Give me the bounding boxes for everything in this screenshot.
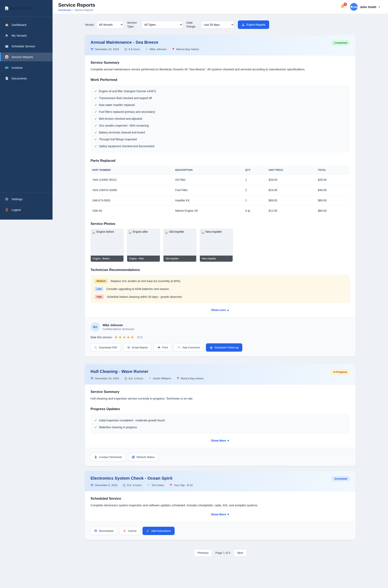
door-icon bbox=[5, 208, 9, 212]
stopwatch-icon bbox=[124, 377, 127, 380]
work-item: ✓ Through-hull fittings inspected bbox=[95, 136, 346, 143]
action-button[interactable]: @ Email Report bbox=[123, 343, 151, 352]
star-rating[interactable]: ★★★★★ bbox=[114, 335, 135, 339]
broken-image-icon bbox=[201, 230, 205, 234]
action-button[interactable]: Add Instructions bbox=[143, 527, 175, 535]
action-button[interactable]: Cancel bbox=[120, 527, 140, 535]
meta-text: Mike Johnson bbox=[150, 48, 167, 51]
priority-badge: Low bbox=[95, 287, 103, 291]
action-button[interactable]: Print bbox=[154, 343, 171, 352]
service-photo[interactable]: Engine before Engine - Before bbox=[91, 229, 124, 262]
previous-page-button[interactable]: Previous bbox=[194, 549, 212, 557]
table-cell: 1 bbox=[244, 195, 267, 205]
section-heading: Service Summary bbox=[91, 390, 350, 394]
bar-chart-icon bbox=[5, 55, 9, 59]
meta-text: Your Slip - B-42 bbox=[174, 484, 193, 487]
table-cell: YAN-129470-42080 bbox=[91, 185, 174, 195]
work-item: ✓ Zinc anodes inspected - 60% remaining bbox=[95, 122, 346, 129]
work-performed-list: ✓ Engine oil and filter changed (Yanmar … bbox=[91, 85, 350, 153]
sidebar-item[interactable]: Settings bbox=[0, 195, 52, 204]
check-icon: ✓ bbox=[95, 90, 97, 93]
work-item-text: Fuel filters replaced (primary and secon… bbox=[99, 110, 155, 113]
next-page-button[interactable]: Next bbox=[234, 549, 247, 557]
comment-icon bbox=[178, 346, 181, 349]
report-card-header-left: Hull Cleaning - Wave Runner November 20,… bbox=[91, 369, 204, 380]
sidebar-item[interactable]: Schedule Service bbox=[0, 42, 52, 51]
service-photos: Engine before Engine - Before Engine aft… bbox=[91, 229, 350, 262]
summary-text: Complete annual maintenance service perf… bbox=[91, 67, 350, 72]
table-cell: Marine Engine Oil bbox=[174, 205, 244, 216]
work-item-text: Transmission fluid checked and topped of… bbox=[99, 97, 152, 100]
user-name: John Smith bbox=[360, 5, 376, 9]
rating-score: (5.0) bbox=[137, 336, 143, 339]
report-card-footer: Contact Technician Refresh Status bbox=[85, 448, 356, 466]
column-header: Part Number bbox=[91, 166, 174, 175]
show-more-toggle[interactable]: Show More ▼ bbox=[91, 513, 350, 516]
service-photo[interactable]: New impeller New Impeller bbox=[200, 229, 233, 262]
action-button-label: Refresh Status bbox=[137, 456, 155, 459]
check-icon: ✓ bbox=[95, 97, 97, 100]
sidebar-item[interactable]: Logout bbox=[0, 205, 52, 214]
meta-text: Tom Davis bbox=[151, 484, 164, 487]
table-cell: $28.50 bbox=[267, 175, 316, 185]
sidebar-item[interactable]: My Vessels bbox=[0, 31, 52, 40]
report-meta: November 10, 2024 6.5 hours Mike Johnson… bbox=[91, 48, 199, 51]
action-button[interactable]: Reschedule bbox=[91, 527, 117, 535]
sidebar-item-label: Documents bbox=[12, 77, 27, 80]
table-cell: Oil Filter bbox=[174, 175, 244, 185]
sidebar-item[interactable]: Dashboard bbox=[0, 20, 52, 29]
filters-bar: Vessel: All Vessels Service Type: All Ty… bbox=[85, 20, 356, 29]
service-photo[interactable]: Engine after Engine - After bbox=[127, 229, 160, 262]
notifications-button[interactable]: 3 bbox=[340, 4, 345, 10]
sidebar-item-label: Settings bbox=[12, 197, 23, 201]
action-button[interactable]: Contact Technician bbox=[91, 453, 126, 461]
refresh-icon bbox=[132, 456, 135, 459]
report-card-header: Annual Maintenance - Sea Breeze November… bbox=[85, 35, 356, 55]
notification-count-badge: 3 bbox=[343, 3, 347, 6]
show-less-toggle[interactable]: Show Less ▲ bbox=[91, 308, 350, 312]
work-item-text: Zinc anodes inspected - 60% remaining bbox=[99, 124, 149, 127]
show-more-toggle[interactable]: Show More ▼ bbox=[91, 439, 350, 442]
vessel-select[interactable]: All Vessels bbox=[97, 21, 123, 28]
scheduled-text: Complete electronics system inspection a… bbox=[91, 503, 350, 508]
progress-item: ✓ Waterline cleaning in progress bbox=[95, 424, 346, 431]
pagination: Previous Page 1 of 5 Next bbox=[85, 549, 356, 557]
action-button[interactable]: Schedule Follow-up bbox=[206, 343, 242, 352]
photo-caption: New Impeller bbox=[200, 256, 233, 262]
check-icon: ✓ bbox=[95, 110, 97, 113]
photo-caption: Old Impeller bbox=[164, 256, 196, 262]
section-heading: Work Performed bbox=[91, 78, 350, 82]
user-avatar: User bbox=[350, 3, 358, 11]
report-card-header-left: Annual Maintenance - Sea Breeze November… bbox=[91, 40, 199, 51]
export-icon bbox=[242, 23, 245, 26]
action-button[interactable]: Refresh Status bbox=[128, 453, 158, 461]
work-item: ✓ Transmission fluid checked and topped … bbox=[95, 95, 346, 102]
date-range-select[interactable]: Last 30 days bbox=[201, 21, 234, 28]
meta-text: Marina Bay Harbor bbox=[176, 48, 199, 51]
technician-details: Mike Johnson Certified Marine Technician bbox=[103, 323, 134, 331]
sidebar-item[interactable]: Invoices bbox=[0, 63, 52, 72]
check-icon: ✓ bbox=[95, 124, 97, 127]
user-menu[interactable]: User John Smith ▼ bbox=[350, 3, 380, 11]
technician-info: MJ Mike Johnson Certified Marine Technic… bbox=[91, 322, 350, 332]
header-actions: 3 User John Smith ▼ bbox=[340, 3, 380, 11]
action-button[interactable]: Add Comment bbox=[174, 343, 203, 352]
service-photo[interactable]: Old impeller Old Impeller bbox=[163, 229, 196, 262]
meta-item: Sarah Williams bbox=[148, 377, 171, 380]
breadcrumb-dashboard-link[interactable]: Dashboard bbox=[58, 8, 71, 12]
sidebar-item-label: Schedule Service bbox=[12, 45, 35, 48]
table-cell: 1 bbox=[244, 175, 267, 185]
table-cell: YAN-119305-35151 bbox=[91, 175, 174, 185]
technician-title: Certified Marine Technician bbox=[103, 328, 134, 331]
pin-icon bbox=[176, 377, 179, 380]
sidebar-item-label: Invoices bbox=[12, 66, 23, 69]
report-card-header: Electronics System Check - Ocean Spirit … bbox=[85, 471, 356, 491]
sidebar-item[interactable]: Documents bbox=[0, 74, 52, 83]
action-button[interactable]: Download PDF bbox=[91, 343, 121, 352]
service-type-select[interactable]: All Types bbox=[142, 21, 183, 28]
export-reports-button[interactable]: Export Reports bbox=[238, 20, 269, 29]
table-cell: 5 qt bbox=[244, 205, 267, 216]
main-content: Vessel: All Vessels Service Type: All Ty… bbox=[52, 14, 388, 564]
photo-alt-text: Old impeller bbox=[169, 230, 184, 233]
sidebar-item[interactable]: Service Reports bbox=[0, 52, 52, 61]
